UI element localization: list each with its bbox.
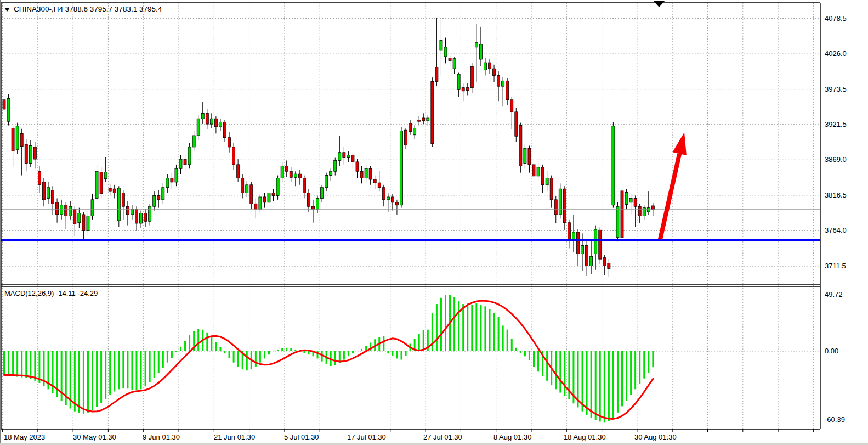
bear-candle <box>135 209 138 223</box>
bull-candle <box>572 232 575 240</box>
level-price-badge: 3750.0 <box>821 235 863 245</box>
bear-candle <box>563 189 566 223</box>
bull-candle <box>197 119 200 136</box>
bull-candle <box>484 63 486 70</box>
bear-candle <box>532 165 535 176</box>
bear-candle <box>470 66 473 87</box>
bull-candle <box>47 188 50 199</box>
chart-canvas[interactable] <box>0 0 868 445</box>
bull-candle <box>413 128 416 134</box>
bear-candle <box>391 197 394 202</box>
bear-candle <box>418 120 421 121</box>
trend-arrow[interactable] <box>660 132 687 239</box>
bull-candle <box>153 196 156 207</box>
bear-candle <box>519 126 522 166</box>
bear-candle <box>638 206 641 216</box>
bull-candle <box>612 126 615 205</box>
bear-candle <box>435 67 438 82</box>
bull-candle <box>294 174 297 177</box>
bull-candle <box>502 81 504 86</box>
price-axis-tick: 3816.5 <box>825 191 847 200</box>
bear-candle <box>497 75 500 86</box>
bull-candle <box>210 119 213 124</box>
bull-candle <box>117 188 120 221</box>
bull-candle <box>387 197 389 200</box>
bear-candle <box>528 148 531 165</box>
bear-candle <box>369 168 372 179</box>
symbol-title-text: CHINA300-,H4 3788.6 3795.7 3783.1 3795.4 <box>14 5 162 14</box>
bear-candle <box>232 147 235 165</box>
bull-candle <box>131 209 133 215</box>
bull-candle <box>427 118 429 121</box>
bull-candle <box>104 172 107 178</box>
bear-candle <box>395 202 398 205</box>
time-axis-label: 27 Jul 01:30 <box>423 433 462 442</box>
macd-axis-tick: 49.72 <box>825 290 843 299</box>
bull-candle <box>590 256 593 266</box>
bear-candle <box>100 172 103 193</box>
bear-candle <box>171 178 173 182</box>
candlestick-series <box>3 18 654 277</box>
bear-candle <box>577 232 580 254</box>
bear-candle <box>126 206 129 215</box>
bear-candle <box>608 263 610 269</box>
time-axis-label: 30 May 01:30 <box>73 433 116 442</box>
bear-candle <box>20 133 23 146</box>
bear-candle <box>263 197 266 202</box>
bull-candle <box>365 168 367 178</box>
bear-candle <box>360 171 363 178</box>
symbol-title: CHINA300-,H4 3788.6 3795.7 3783.1 3795.4 <box>4 5 162 14</box>
bull-candle <box>149 206 151 221</box>
symbol-dropdown-icon[interactable] <box>4 8 10 12</box>
price-axis-tick: 3869.0 <box>825 155 847 164</box>
bull-candle <box>91 200 94 216</box>
bear-candle <box>382 188 385 200</box>
bull-candle <box>546 178 548 185</box>
macd-indicator-label: MACD(12,26,9) -14.11 -24.29 <box>4 289 98 298</box>
bear-candle <box>651 206 654 210</box>
bear-candle <box>550 178 553 200</box>
chart-window: CHINA300-,H4 3788.6 3795.7 3783.1 3795.4… <box>0 0 868 445</box>
bull-candle <box>29 145 32 163</box>
bear-candle <box>541 167 544 185</box>
bull-candle <box>440 40 442 50</box>
bear-candle <box>250 185 253 204</box>
bear-candle <box>144 213 147 221</box>
bear-candle <box>113 189 116 193</box>
bull-candle <box>276 178 279 196</box>
price-axis-tick: 3921.5 <box>825 120 847 129</box>
bull-candle <box>16 126 19 150</box>
price-axis-tick: 3973.5 <box>825 85 847 94</box>
bull-candle <box>69 206 72 216</box>
bear-candle <box>405 130 407 145</box>
bear-candle <box>42 182 45 200</box>
bear-candle <box>237 165 240 178</box>
bull-candle <box>7 98 10 121</box>
bear-candle <box>65 205 67 216</box>
bull-candle <box>479 44 482 59</box>
bear-candle <box>25 144 27 163</box>
bear-candle <box>515 112 518 136</box>
bear-candle <box>356 162 359 171</box>
bear-candle <box>462 88 464 91</box>
bull-candle <box>219 122 222 127</box>
bull-candle <box>444 47 447 57</box>
bull-candle <box>78 213 81 222</box>
corner-triangle-icon <box>653 1 665 7</box>
bear-candle <box>109 188 111 191</box>
bear-candle <box>303 178 305 193</box>
bear-candle <box>228 138 231 147</box>
bull-candle <box>537 167 540 176</box>
bull-candle <box>330 171 332 175</box>
bull-candle <box>316 198 319 209</box>
bull-candle <box>175 168 178 182</box>
macd-axis-tick: -60.39 <box>825 415 845 424</box>
bull-candle <box>87 216 89 230</box>
bull-candle <box>321 188 324 199</box>
bear-candle <box>409 123 412 132</box>
window-bottom-edge <box>0 443 868 445</box>
bull-candle <box>453 59 456 69</box>
bull-candle <box>347 155 350 158</box>
bear-candle <box>272 193 275 196</box>
bull-candle <box>201 113 204 119</box>
